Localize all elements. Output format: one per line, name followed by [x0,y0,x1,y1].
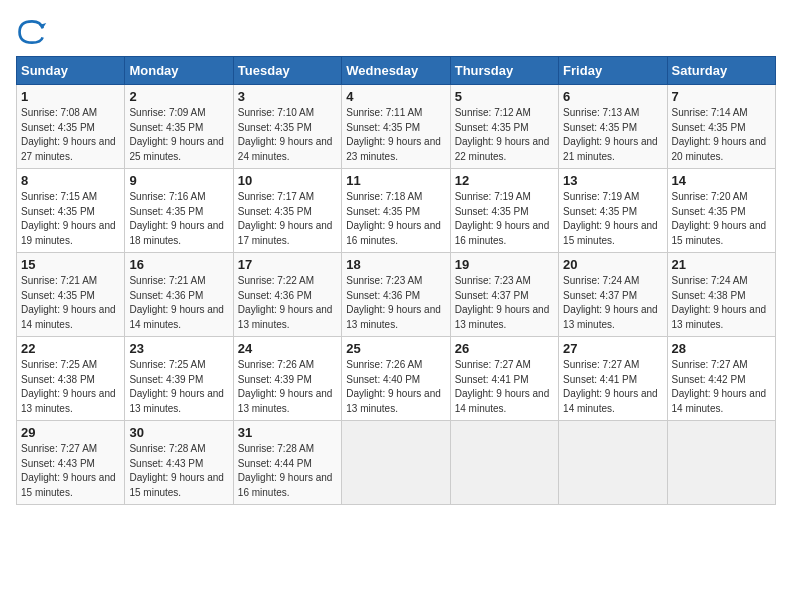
day-number: 8 [21,173,120,188]
day-number: 4 [346,89,445,104]
day-number: 3 [238,89,337,104]
page-header [16,16,776,48]
day-number: 13 [563,173,662,188]
day-info: Sunrise: 7:25 AMSunset: 4:38 PMDaylight:… [21,358,120,416]
day-number: 21 [672,257,771,272]
day-info: Sunrise: 7:17 AMSunset: 4:35 PMDaylight:… [238,190,337,248]
day-info: Sunrise: 7:18 AMSunset: 4:35 PMDaylight:… [346,190,445,248]
day-cell: 15 Sunrise: 7:21 AMSunset: 4:35 PMDaylig… [17,253,125,337]
header-row: SundayMondayTuesdayWednesdayThursdayFrid… [17,57,776,85]
day-info: Sunrise: 7:15 AMSunset: 4:35 PMDaylight:… [21,190,120,248]
day-cell: 11 Sunrise: 7:18 AMSunset: 4:35 PMDaylig… [342,169,450,253]
day-info: Sunrise: 7:28 AMSunset: 4:43 PMDaylight:… [129,442,228,500]
day-number: 5 [455,89,554,104]
day-info: Sunrise: 7:16 AMSunset: 4:35 PMDaylight:… [129,190,228,248]
day-info: Sunrise: 7:23 AMSunset: 4:36 PMDaylight:… [346,274,445,332]
day-cell: 9 Sunrise: 7:16 AMSunset: 4:35 PMDayligh… [125,169,233,253]
day-info: Sunrise: 7:19 AMSunset: 4:35 PMDaylight:… [563,190,662,248]
calendar-table: SundayMondayTuesdayWednesdayThursdayFrid… [16,56,776,505]
day-info: Sunrise: 7:27 AMSunset: 4:42 PMDaylight:… [672,358,771,416]
header-tuesday: Tuesday [233,57,341,85]
day-info: Sunrise: 7:11 AMSunset: 4:35 PMDaylight:… [346,106,445,164]
day-number: 28 [672,341,771,356]
day-number: 16 [129,257,228,272]
day-number: 27 [563,341,662,356]
day-cell: 12 Sunrise: 7:19 AMSunset: 4:35 PMDaylig… [450,169,558,253]
day-cell: 7 Sunrise: 7:14 AMSunset: 4:35 PMDayligh… [667,85,775,169]
day-info: Sunrise: 7:19 AMSunset: 4:35 PMDaylight:… [455,190,554,248]
day-cell: 1 Sunrise: 7:08 AMSunset: 4:35 PMDayligh… [17,85,125,169]
day-cell: 8 Sunrise: 7:15 AMSunset: 4:35 PMDayligh… [17,169,125,253]
week-row-4: 29 Sunrise: 7:27 AMSunset: 4:43 PMDaylig… [17,421,776,505]
day-info: Sunrise: 7:24 AMSunset: 4:38 PMDaylight:… [672,274,771,332]
day-cell: 17 Sunrise: 7:22 AMSunset: 4:36 PMDaylig… [233,253,341,337]
day-cell: 4 Sunrise: 7:11 AMSunset: 4:35 PMDayligh… [342,85,450,169]
day-number: 1 [21,89,120,104]
day-cell [450,421,558,505]
day-cell: 31 Sunrise: 7:28 AMSunset: 4:44 PMDaylig… [233,421,341,505]
day-info: Sunrise: 7:23 AMSunset: 4:37 PMDaylight:… [455,274,554,332]
day-number: 15 [21,257,120,272]
day-info: Sunrise: 7:09 AMSunset: 4:35 PMDaylight:… [129,106,228,164]
day-number: 19 [455,257,554,272]
day-number: 11 [346,173,445,188]
day-number: 29 [21,425,120,440]
day-info: Sunrise: 7:26 AMSunset: 4:40 PMDaylight:… [346,358,445,416]
day-cell: 27 Sunrise: 7:27 AMSunset: 4:41 PMDaylig… [559,337,667,421]
day-info: Sunrise: 7:21 AMSunset: 4:35 PMDaylight:… [21,274,120,332]
day-cell: 21 Sunrise: 7:24 AMSunset: 4:38 PMDaylig… [667,253,775,337]
day-cell: 14 Sunrise: 7:20 AMSunset: 4:35 PMDaylig… [667,169,775,253]
day-info: Sunrise: 7:13 AMSunset: 4:35 PMDaylight:… [563,106,662,164]
day-cell: 20 Sunrise: 7:24 AMSunset: 4:37 PMDaylig… [559,253,667,337]
day-number: 7 [672,89,771,104]
day-cell: 25 Sunrise: 7:26 AMSunset: 4:40 PMDaylig… [342,337,450,421]
day-info: Sunrise: 7:20 AMSunset: 4:35 PMDaylight:… [672,190,771,248]
day-cell: 19 Sunrise: 7:23 AMSunset: 4:37 PMDaylig… [450,253,558,337]
week-row-3: 22 Sunrise: 7:25 AMSunset: 4:38 PMDaylig… [17,337,776,421]
day-number: 12 [455,173,554,188]
day-number: 20 [563,257,662,272]
day-cell: 30 Sunrise: 7:28 AMSunset: 4:43 PMDaylig… [125,421,233,505]
day-cell [559,421,667,505]
week-row-0: 1 Sunrise: 7:08 AMSunset: 4:35 PMDayligh… [17,85,776,169]
day-cell: 13 Sunrise: 7:19 AMSunset: 4:35 PMDaylig… [559,169,667,253]
day-cell: 23 Sunrise: 7:25 AMSunset: 4:39 PMDaylig… [125,337,233,421]
day-number: 25 [346,341,445,356]
day-cell [342,421,450,505]
day-cell: 26 Sunrise: 7:27 AMSunset: 4:41 PMDaylig… [450,337,558,421]
day-cell: 5 Sunrise: 7:12 AMSunset: 4:35 PMDayligh… [450,85,558,169]
day-info: Sunrise: 7:14 AMSunset: 4:35 PMDaylight:… [672,106,771,164]
header-monday: Monday [125,57,233,85]
day-number: 24 [238,341,337,356]
day-cell: 22 Sunrise: 7:25 AMSunset: 4:38 PMDaylig… [17,337,125,421]
day-number: 23 [129,341,228,356]
logo-icon [16,16,48,48]
header-wednesday: Wednesday [342,57,450,85]
day-cell: 2 Sunrise: 7:09 AMSunset: 4:35 PMDayligh… [125,85,233,169]
day-info: Sunrise: 7:28 AMSunset: 4:44 PMDaylight:… [238,442,337,500]
header-saturday: Saturday [667,57,775,85]
logo [16,16,52,48]
day-info: Sunrise: 7:12 AMSunset: 4:35 PMDaylight:… [455,106,554,164]
week-row-1: 8 Sunrise: 7:15 AMSunset: 4:35 PMDayligh… [17,169,776,253]
day-number: 10 [238,173,337,188]
day-info: Sunrise: 7:24 AMSunset: 4:37 PMDaylight:… [563,274,662,332]
day-number: 18 [346,257,445,272]
header-friday: Friday [559,57,667,85]
day-number: 2 [129,89,228,104]
day-cell: 16 Sunrise: 7:21 AMSunset: 4:36 PMDaylig… [125,253,233,337]
day-cell: 28 Sunrise: 7:27 AMSunset: 4:42 PMDaylig… [667,337,775,421]
day-info: Sunrise: 7:26 AMSunset: 4:39 PMDaylight:… [238,358,337,416]
day-info: Sunrise: 7:25 AMSunset: 4:39 PMDaylight:… [129,358,228,416]
day-info: Sunrise: 7:27 AMSunset: 4:41 PMDaylight:… [563,358,662,416]
day-cell: 29 Sunrise: 7:27 AMSunset: 4:43 PMDaylig… [17,421,125,505]
day-number: 14 [672,173,771,188]
day-number: 22 [21,341,120,356]
header-sunday: Sunday [17,57,125,85]
day-cell: 10 Sunrise: 7:17 AMSunset: 4:35 PMDaylig… [233,169,341,253]
week-row-2: 15 Sunrise: 7:21 AMSunset: 4:35 PMDaylig… [17,253,776,337]
day-info: Sunrise: 7:27 AMSunset: 4:43 PMDaylight:… [21,442,120,500]
day-number: 30 [129,425,228,440]
day-number: 6 [563,89,662,104]
day-number: 17 [238,257,337,272]
